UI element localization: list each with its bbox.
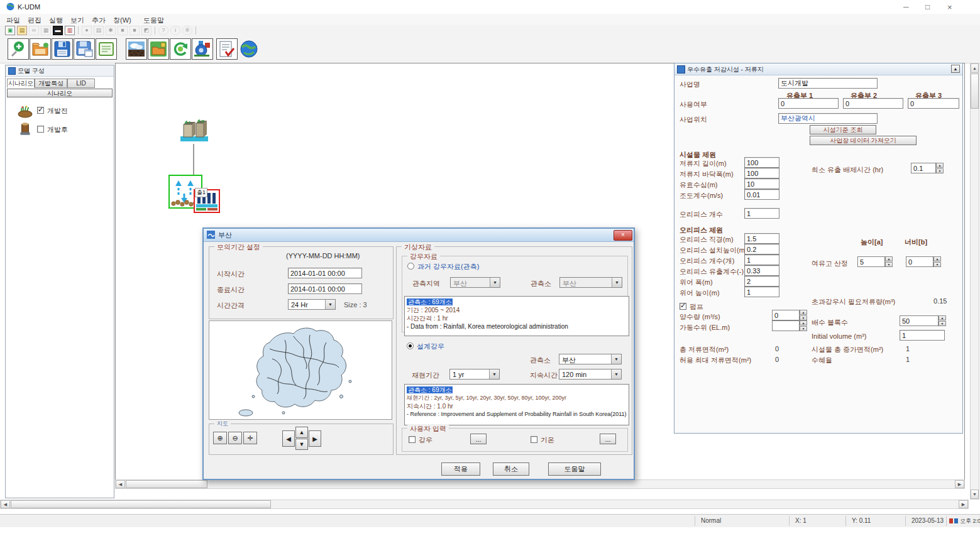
pan-icon[interactable]: ✛ xyxy=(243,432,257,444)
save-icon[interactable]: ▦ xyxy=(41,26,51,35)
menu-file[interactable]: 파일 xyxy=(6,16,20,25)
observed-rain-radio[interactable] xyxy=(407,263,414,270)
chevron-down-icon[interactable]: ▼ xyxy=(325,300,335,309)
chevron-down-icon[interactable]: ▼ xyxy=(490,278,500,287)
canvas-hscrollbar[interactable]: ◀ ▶ xyxy=(115,479,965,489)
drain-time-spinner[interactable]: 0.1 ▲▼ xyxy=(911,163,936,173)
spin-up-icon[interactable]: ▲ xyxy=(933,256,941,261)
scroll-right-icon[interactable]: ▶ xyxy=(959,500,968,508)
observed-info-list[interactable]: 관측소 : 69개소 기간 : 2005 ~ 2014 시간간격 : 1 hr … xyxy=(404,296,629,336)
save-as-project-icon[interactable] xyxy=(74,38,95,60)
spin-down-icon[interactable]: ▼ xyxy=(933,262,941,267)
about-icon[interactable]: ※ xyxy=(182,26,192,35)
pan-down-icon[interactable]: ▼ xyxy=(295,439,308,450)
web-map-icon[interactable] xyxy=(238,38,260,60)
basin-length-input[interactable] xyxy=(744,157,779,168)
help-icon[interactable]: ? xyxy=(158,26,168,35)
chevron-down-icon[interactable]: ▼ xyxy=(611,354,621,364)
minimize-button[interactable]: ─ xyxy=(903,3,909,11)
outlet-2-input[interactable] xyxy=(843,98,903,109)
dialog-title-bar[interactable]: 부산 × xyxy=(204,229,634,242)
cancel-button[interactable]: 취소 xyxy=(493,462,529,476)
link-icon[interactable]: ∞ xyxy=(29,26,39,35)
pump-checkbox[interactable] xyxy=(680,303,686,310)
chevron-down-icon[interactable]: ▼ xyxy=(489,369,499,379)
station-map[interactable] xyxy=(209,320,392,420)
block-count-spinner[interactable]: 50 ▲▼ xyxy=(900,315,939,326)
spin-down-icon[interactable]: ▼ xyxy=(800,326,807,331)
scroll-left-icon[interactable]: ◀ xyxy=(1,500,10,508)
close-button[interactable]: × xyxy=(947,3,952,12)
tree-item-predevelopment[interactable]: 개발전 xyxy=(6,102,114,119)
chevron-down-icon[interactable]: ▼ xyxy=(612,278,622,287)
freeboard-b-spinner[interactable]: 0 ▲▼ xyxy=(906,256,933,267)
tab-scenario[interactable]: 시나리오 xyxy=(7,79,35,88)
pump-level-spinner[interactable]: ▲▼ xyxy=(772,320,800,331)
maximize-button[interactable]: □ xyxy=(925,3,930,11)
open-icon[interactable]: ▤ xyxy=(17,26,27,35)
orifice-height-input[interactable] xyxy=(744,244,779,254)
zoom-in-icon[interactable]: ⊕ xyxy=(213,432,227,444)
rain-browse-button[interactable]: ... xyxy=(470,434,487,444)
folder-icon[interactable]: ▤ xyxy=(94,26,104,35)
spin-up-icon[interactable]: ▲ xyxy=(936,163,944,168)
roughness-input[interactable] xyxy=(744,189,779,200)
menu-edit[interactable]: 편집 xyxy=(28,16,41,25)
initial-volume-input[interactable] xyxy=(900,330,945,341)
menu-window[interactable]: 창(W) xyxy=(113,16,131,25)
design-rain-radio[interactable] xyxy=(407,342,414,349)
effective-depth-input[interactable] xyxy=(744,178,779,189)
orifice-count-input[interactable] xyxy=(744,208,779,219)
pan-left-icon[interactable]: ◀ xyxy=(282,430,295,447)
pan-up-icon[interactable]: ▲ xyxy=(295,427,308,438)
dialog-close-button[interactable]: × xyxy=(614,230,632,241)
open-project-icon[interactable] xyxy=(30,38,51,60)
refresh-model-icon[interactable] xyxy=(170,38,191,60)
scroll-left-icon[interactable]: ◀ xyxy=(116,480,125,488)
catchment-node[interactable] xyxy=(180,116,209,145)
return-period-combo[interactable]: 1 yr▼ xyxy=(449,369,500,380)
spin-down-icon[interactable]: ▼ xyxy=(939,321,946,326)
end-time-input[interactable] xyxy=(288,283,362,294)
user-rain-checkbox[interactable] xyxy=(409,436,416,443)
weir-height-input[interactable] xyxy=(744,287,779,297)
scroll-right-icon[interactable]: ▶ xyxy=(955,480,964,488)
chevron-down-icon[interactable]: ▼ xyxy=(611,369,621,379)
tab-development[interactable]: 개발특성 xyxy=(35,79,67,88)
tag-icon[interactable]: ◩ xyxy=(141,26,151,35)
menu-run[interactable]: 실행 xyxy=(49,16,63,25)
basin-width-input[interactable] xyxy=(744,168,779,178)
spin-down-icon[interactable]: ▼ xyxy=(885,262,893,267)
orifice-coeff-input[interactable] xyxy=(744,265,779,276)
menu-help[interactable]: 도움말 xyxy=(143,16,164,25)
spin-up-icon[interactable]: ▲ xyxy=(800,320,807,325)
canvas-hscroll-thumb[interactable] xyxy=(126,480,207,488)
location-input[interactable] xyxy=(778,113,878,124)
start-time-input[interactable] xyxy=(288,268,362,278)
zoom-out-icon[interactable]: ⊖ xyxy=(228,432,242,444)
main-vscroll-thumb[interactable] xyxy=(971,74,979,109)
gear-icon[interactable]: ✱ xyxy=(106,26,116,35)
tab-lid[interactable]: LID xyxy=(67,79,95,88)
spin-down-icon[interactable]: ▼ xyxy=(936,168,944,173)
freeboard-a-spinner[interactable]: 5 ▲▼ xyxy=(857,256,885,267)
spin-up-icon[interactable]: ▲ xyxy=(800,310,807,315)
orifice-number-input[interactable] xyxy=(744,254,779,265)
menu-view[interactable]: 보기 xyxy=(70,16,84,25)
postdevelopment-checkbox[interactable] xyxy=(37,126,44,133)
scroll-up-icon[interactable]: ▲ xyxy=(971,63,979,73)
scroll-down-icon[interactable]: ▼ xyxy=(971,490,979,499)
help-button[interactable]: 도움말 xyxy=(548,462,601,476)
collapse-button[interactable]: ▲ xyxy=(951,65,960,73)
outlet-1-input[interactable] xyxy=(778,98,839,109)
duration-combo[interactable]: 120 min▼ xyxy=(559,369,622,380)
spin-up-icon[interactable]: ▲ xyxy=(885,256,893,261)
spin-down-icon[interactable]: ▼ xyxy=(800,315,807,320)
predevelopment-checkbox[interactable] xyxy=(37,107,44,114)
pump-rate-spinner[interactable]: 0 ▲▼ xyxy=(772,310,800,320)
pump-facility-icon[interactable] xyxy=(192,38,213,60)
stop-icon[interactable]: ■ xyxy=(118,26,128,35)
main-hscroll-thumb[interactable] xyxy=(11,500,271,508)
project-card-icon[interactable] xyxy=(96,38,117,60)
gis-data-icon[interactable] xyxy=(148,38,169,60)
